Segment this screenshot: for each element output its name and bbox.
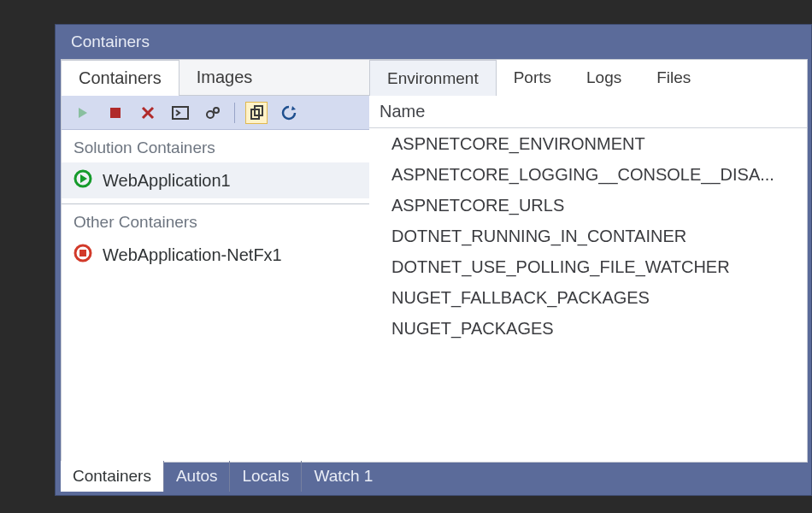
bottom-tab-autos[interactable]: Autos [163, 461, 230, 492]
stop-status-icon [74, 244, 92, 267]
section-title: Other Containers [74, 213, 197, 231]
tab-label: Containers [79, 68, 162, 88]
right-tabs: Environment Ports Logs Files [369, 60, 807, 96]
bottom-tab-locals[interactable]: Locals [229, 461, 301, 492]
svg-rect-0 [110, 108, 121, 118]
toolbar-separator [234, 103, 235, 123]
section-title: Solution Containers [74, 139, 215, 156]
bottom-tab-label: Containers [73, 467, 151, 486]
env-row[interactable]: ASPNETCORE_URLS [369, 190, 807, 221]
play-status-icon [74, 169, 92, 192]
env-name: NUGET_FALLBACK_PACKAGES [391, 288, 650, 308]
tab-label: Ports [514, 68, 551, 87]
svg-point-3 [214, 108, 219, 113]
copy-icon[interactable] [245, 102, 268, 124]
env-name: ASPNETCORE_ENVIRONMENT [391, 134, 645, 154]
env-row[interactable]: NUGET_FALLBACK_PACKAGES [369, 282, 807, 313]
tab-files[interactable]: Files [639, 60, 709, 96]
env-column-header[interactable]: Name [369, 96, 807, 128]
left-pane: Containers Images [62, 60, 369, 462]
section-other-header: Other Containers [62, 204, 369, 237]
svg-rect-8 [79, 250, 86, 256]
env-name: NUGET_PACKAGES [391, 319, 554, 339]
env-name: DOTNET_RUNNING_IN_CONTAINER [391, 227, 686, 246]
env-row[interactable]: DOTNET_RUNNING_IN_CONTAINER [369, 221, 807, 251]
bottom-tab-label: Locals [242, 467, 289, 486]
bottom-tool-tabs: Containers Autos Locals Watch 1 [61, 461, 385, 492]
toolbar [62, 96, 369, 130]
env-row[interactable]: ASPNETCORE_ENVIRONMENT [369, 128, 807, 159]
column-name: Name [380, 102, 425, 121]
tab-label: Environment [387, 69, 479, 88]
window-title: Containers [71, 32, 150, 51]
tab-ports[interactable]: Ports [497, 60, 569, 96]
refresh-icon[interactable] [278, 102, 300, 124]
env-row[interactable]: NUGET_PACKAGES [369, 313, 807, 344]
container-item-label: WebApplication1 [103, 171, 231, 191]
section-solution-header: Solution Containers [62, 130, 369, 162]
tool-window-body: Containers Images [61, 59, 808, 463]
window-title-bar: Containers [56, 25, 811, 59]
container-item-webapplication-netfx1[interactable]: WebApplication-NetFx1 [62, 237, 369, 273]
tab-label: Files [656, 68, 691, 87]
stop-icon[interactable] [104, 102, 127, 124]
env-name: ASPNETCORE_URLS [391, 196, 564, 215]
container-item-webapplication1[interactable]: WebApplication1 [62, 162, 369, 198]
tab-environment[interactable]: Environment [369, 60, 497, 96]
tab-containers[interactable]: Containers [62, 60, 179, 95]
gears-icon[interactable] [202, 102, 224, 124]
tab-logs[interactable]: Logs [569, 60, 639, 96]
tab-images[interactable]: Images [179, 60, 271, 95]
env-name: DOTNET_USE_POLLING_FILE_WATCHER [391, 257, 730, 277]
bottom-tab-label: Autos [176, 467, 218, 486]
containers-tool-window: Containers Containers Images [55, 24, 812, 496]
env-row[interactable]: DOTNET_USE_POLLING_FILE_WATCHER [369, 251, 807, 282]
run-icon[interactable] [72, 102, 94, 124]
terminal-icon[interactable] [169, 102, 191, 124]
bottom-tab-watch1[interactable]: Watch 1 [301, 461, 385, 492]
env-row[interactable]: ASPNETCORE_LOGGING__CONSOLE__DISA... [369, 159, 807, 190]
left-tabs: Containers Images [62, 60, 369, 96]
close-icon[interactable] [137, 102, 159, 124]
env-name: ASPNETCORE_LOGGING__CONSOLE__DISA... [391, 165, 774, 185]
container-item-label: WebApplication-NetFx1 [103, 245, 282, 265]
tab-label: Logs [586, 68, 621, 87]
env-list: ASPNETCORE_ENVIRONMENT ASPNETCORE_LOGGIN… [369, 128, 807, 344]
right-pane: Environment Ports Logs Files Name ASPNET… [369, 60, 807, 462]
bottom-tab-label: Watch 1 [314, 467, 373, 486]
tab-label: Images [197, 68, 253, 87]
svg-point-2 [207, 111, 214, 118]
bottom-tab-containers[interactable]: Containers [61, 461, 163, 492]
